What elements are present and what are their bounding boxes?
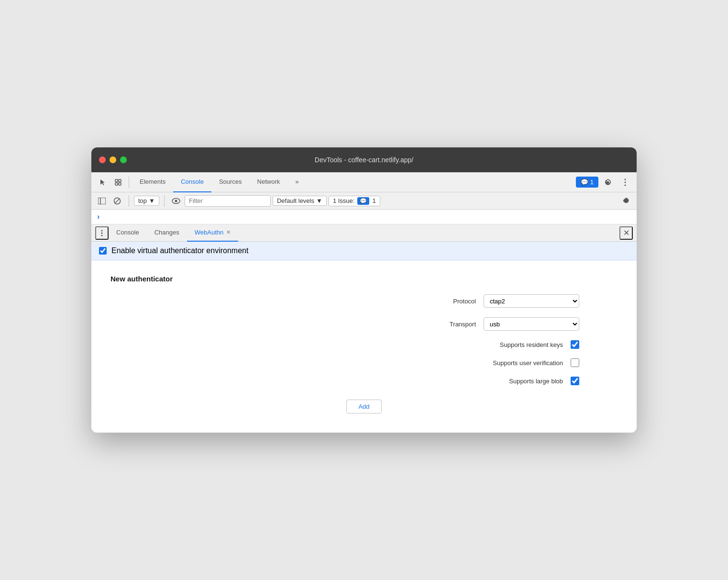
drawer-menu-btn[interactable]: [95, 226, 109, 240]
resident-keys-row: Supports resident keys: [110, 340, 618, 349]
enable-auth-label: Enable virtual authenticator environment: [111, 246, 248, 255]
large-blob-checkbox[interactable]: [571, 377, 579, 385]
settings-icon-btn[interactable]: [600, 175, 616, 190]
toolbar-right: 💬 1: [576, 175, 633, 190]
cursor-icon-btn[interactable]: [95, 175, 110, 190]
drawer-tab-webauthn[interactable]: WebAuthn ✕: [187, 224, 238, 242]
issues-badge[interactable]: 💬 1: [576, 177, 598, 188]
protocol-row: Protocol ctap2 u2f: [110, 294, 618, 308]
svg-point-15: [101, 234, 103, 236]
tab-elements[interactable]: Elements: [132, 172, 173, 192]
svg-point-6: [625, 184, 626, 186]
tab-console[interactable]: Console: [173, 172, 211, 192]
new-auth-title: New authenticator: [110, 275, 618, 283]
inspect-icon-btn[interactable]: [110, 175, 126, 190]
user-verification-label: Supports user verification: [467, 359, 563, 367]
tab-sources[interactable]: Sources: [211, 172, 250, 192]
ban-icon-btn[interactable]: [110, 194, 124, 208]
svg-point-5: [625, 181, 626, 183]
svg-point-4: [625, 178, 626, 180]
svg-line-10: [115, 199, 120, 203]
transport-select[interactable]: usb nfc ble internal: [484, 317, 579, 331]
more-options-icon-btn[interactable]: [618, 175, 633, 190]
issue-icon: 💬: [581, 178, 588, 186]
nav-tabs: Elements Console Sources Network »: [132, 172, 307, 192]
levels-selector[interactable]: Default levels ▼: [273, 196, 327, 206]
new-auth-form: Protocol ctap2 u2f Transport usb nfc ble…: [110, 294, 618, 413]
drawer-tab-changes[interactable]: Changes: [147, 224, 187, 242]
secondary-toolbar: top ▼ Default levels ▼ 1 Issue: 💬 1: [91, 192, 637, 210]
large-blob-row: Supports large blob: [110, 377, 618, 385]
close-button[interactable]: [99, 156, 106, 163]
dropdown-arrow: ▼: [149, 197, 155, 204]
devtools-window: DevTools - coffee-cart.netlify.app/ Elem…: [91, 147, 637, 433]
issue-count-num: 1: [372, 197, 375, 204]
issue-count-badge[interactable]: 1 Issue: 💬 1: [329, 196, 380, 206]
console-prompt-area[interactable]: ›: [91, 210, 637, 224]
title-bar: DevTools - coffee-cart.netlify.app/: [91, 147, 637, 172]
tab-network[interactable]: Network: [250, 172, 288, 192]
drawer-close-btn[interactable]: ✕: [619, 226, 633, 240]
drawer-tab-console[interactable]: Console: [109, 224, 147, 242]
issue-badge-icon: 💬: [357, 197, 369, 205]
resident-keys-checkbox[interactable]: [571, 340, 579, 349]
transport-label: Transport: [380, 321, 476, 328]
filter-input[interactable]: [185, 195, 271, 207]
webauthn-tab-close[interactable]: ✕: [226, 229, 231, 235]
prompt-arrow: ›: [97, 212, 99, 221]
protocol-label: Protocol: [380, 298, 476, 305]
window-title: DevTools - coffee-cart.netlify.app/: [315, 156, 413, 164]
traffic-lights: [99, 156, 127, 163]
svg-point-13: [101, 230, 103, 231]
resident-keys-label: Supports resident keys: [467, 341, 563, 348]
svg-point-14: [101, 232, 103, 234]
filter-settings-icon-btn[interactable]: [619, 194, 633, 208]
enable-auth-checkbox[interactable]: [99, 247, 107, 255]
svg-rect-2: [115, 183, 118, 185]
add-btn-row: Add: [110, 395, 618, 413]
levels-label: Default levels: [277, 197, 314, 204]
issue-count-label: 1 Issue:: [333, 197, 355, 204]
user-verification-row: Supports user verification: [110, 358, 618, 367]
new-auth-section: New authenticator Protocol ctap2 u2f Tra…: [91, 260, 637, 433]
context-selector[interactable]: top ▼: [134, 196, 159, 206]
user-verification-checkbox[interactable]: [571, 358, 579, 367]
issue-count: 1: [590, 178, 594, 186]
enable-auth-bar: Enable virtual authenticator environment: [91, 242, 637, 260]
tab-more[interactable]: »: [287, 172, 306, 192]
main-toolbar: Elements Console Sources Network » 💬 1: [91, 172, 637, 192]
sidebar-toggle-btn[interactable]: [95, 194, 109, 208]
eye-icon-btn[interactable]: [169, 194, 183, 208]
levels-arrow: ▼: [316, 197, 322, 204]
transport-row: Transport usb nfc ble internal: [110, 317, 618, 331]
svg-rect-3: [119, 183, 121, 185]
svg-rect-1: [119, 179, 121, 182]
svg-rect-7: [98, 198, 106, 204]
minimize-button[interactable]: [110, 156, 116, 163]
separator-1: [129, 177, 129, 188]
protocol-select[interactable]: ctap2 u2f: [484, 294, 579, 308]
separator-3: [164, 195, 165, 207]
separator-2: [129, 195, 129, 207]
context-label: top: [138, 197, 147, 204]
add-authenticator-button[interactable]: Add: [346, 400, 381, 413]
maximize-button[interactable]: [120, 156, 127, 163]
svg-rect-0: [115, 179, 118, 182]
svg-point-12: [175, 200, 177, 202]
drawer-tabs: Console Changes WebAuthn ✕ ✕: [91, 224, 637, 242]
large-blob-label: Supports large blob: [467, 378, 563, 385]
